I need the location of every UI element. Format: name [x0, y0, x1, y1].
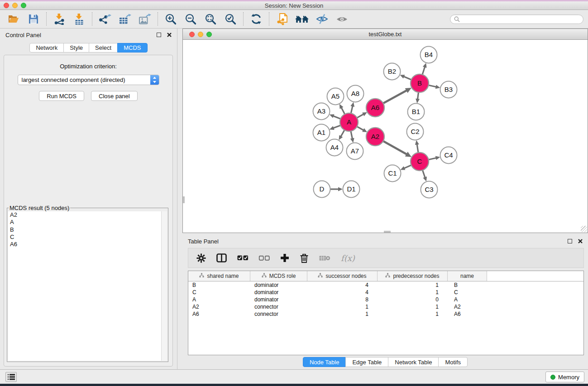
- control-panel-tabs: NetworkStyleSelectMCDS: [0, 43, 177, 52]
- edge-B-B4[interactable]: [422, 67, 425, 75]
- edge-A-A5[interactable]: [341, 108, 345, 114]
- split-columns-button[interactable]: [216, 253, 227, 262]
- edge-A-A4[interactable]: [341, 129, 345, 136]
- close-panel-icon[interactable]: [167, 33, 172, 37]
- import-table-button[interactable]: [69, 11, 89, 27]
- window-title: Session: New Session: [0, 2, 588, 9]
- open-file-icon: [8, 14, 19, 24]
- edge-A-A2[interactable]: [357, 126, 364, 130]
- tab-style[interactable]: Style: [63, 43, 89, 52]
- edge-B-B2[interactable]: [404, 76, 412, 80]
- float-table-panel-icon[interactable]: [568, 239, 572, 243]
- result-scrollbar[interactable]: [161, 211, 167, 361]
- table-row[interactable]: Bdominator41B: [188, 281, 583, 289]
- home-view-button[interactable]: [292, 11, 312, 27]
- show-eye-button[interactable]: [332, 11, 352, 27]
- criterion-dropdown-value: largest connected component (directed): [18, 76, 150, 83]
- edge-C-C4[interactable]: [428, 158, 436, 160]
- tab-select[interactable]: Select: [89, 43, 118, 52]
- search-input[interactable]: [462, 16, 579, 22]
- resize-grip[interactable]: [581, 226, 587, 232]
- tab-network[interactable]: Network: [29, 43, 64, 52]
- save-session-button[interactable]: [24, 11, 43, 27]
- zoom-out-button[interactable]: [181, 11, 201, 27]
- zoom-fit-button[interactable]: [201, 11, 220, 27]
- select-all-button[interactable]: [237, 255, 249, 261]
- close-panel-button[interactable]: Close panel: [91, 91, 138, 101]
- zoom-in-button[interactable]: [161, 11, 181, 27]
- table-row[interactable]: Adominator80A: [188, 296, 583, 303]
- network-from-file-button[interactable]: [272, 11, 292, 27]
- column-header-name[interactable]: name: [448, 271, 487, 281]
- network-view-window: testGlobe.txt B4B2BB3A8A5A6A3B1AC2A1A2A4…: [182, 29, 588, 233]
- export-image-button[interactable]: [135, 11, 155, 27]
- cell-successor-nodes: 8: [307, 296, 378, 303]
- tab-edge-table[interactable]: Edge Table: [345, 357, 388, 367]
- tab-motifs[interactable]: Motifs: [438, 357, 468, 367]
- criterion-dropdown[interactable]: largest connected component (directed): [18, 75, 159, 85]
- add-column-button[interactable]: [280, 253, 289, 262]
- node-table[interactable]: shared nameMCDS rolesuccessor nodesprede…: [188, 271, 584, 355]
- table-row[interactable]: A2connector11A2: [188, 303, 583, 310]
- edge-A6-B[interactable]: [383, 91, 407, 104]
- control-panel: Control Panel NetworkStyleSelectMCDS Opt…: [0, 29, 177, 369]
- column-header-label: predecessor nodes: [393, 273, 439, 279]
- screen: Session: New Session Control Panel: [0, 0, 588, 386]
- edge-A-A8[interactable]: [351, 106, 353, 114]
- node-label-B: B: [417, 79, 422, 87]
- canvas-horizontal-scroll-thumb[interactable]: [384, 231, 391, 233]
- edge-B-B3[interactable]: [428, 85, 436, 87]
- edge-C-C3[interactable]: [422, 170, 425, 177]
- float-panel-icon[interactable]: [157, 33, 161, 37]
- application-window: Session: New Session Control Panel: [0, 0, 588, 384]
- delete-column-button[interactable]: [300, 253, 309, 263]
- column-header-predecessor-nodes[interactable]: predecessor nodes: [378, 271, 448, 281]
- cell-name: A2: [448, 304, 487, 310]
- hide-eye-button[interactable]: [312, 11, 332, 27]
- node-label-A4: A4: [330, 143, 339, 151]
- search-box[interactable]: [450, 14, 583, 24]
- column-header-shared-name[interactable]: shared name: [188, 271, 250, 281]
- cell-shared-name: C: [188, 289, 250, 295]
- column-header-successor-nodes[interactable]: successor nodes: [307, 271, 378, 281]
- node-label-A8: A8: [351, 90, 359, 97]
- edge-B-B1[interactable]: [418, 92, 419, 99]
- refresh-view-button[interactable]: [246, 11, 266, 27]
- zoom-out-icon: [185, 13, 197, 25]
- import-network-button[interactable]: [49, 11, 69, 27]
- edge-A-A1[interactable]: [333, 125, 341, 128]
- edge-A2-C[interactable]: [383, 141, 407, 154]
- tab-node-table[interactable]: Node Table: [303, 357, 346, 367]
- zoom-selected-button[interactable]: [220, 11, 240, 27]
- tab-mcds[interactable]: MCDS: [117, 43, 147, 52]
- network-window-titlebar[interactable]: testGlobe.txt: [183, 29, 588, 40]
- settings-gear-button[interactable]: [196, 253, 206, 263]
- edge-A-A7[interactable]: [351, 131, 353, 139]
- edge-C-C1[interactable]: [404, 165, 412, 168]
- export-table-icon: [119, 14, 131, 25]
- tab-network-table[interactable]: Network Table: [388, 357, 439, 367]
- edge-C-C2[interactable]: [417, 144, 418, 153]
- table-row[interactable]: Cdominator41C: [188, 289, 583, 296]
- export-table-button[interactable]: [115, 11, 135, 27]
- cell-successor-nodes: 1: [307, 304, 378, 310]
- deselect-all-button[interactable]: [259, 256, 270, 261]
- export-network-button[interactable]: [95, 11, 115, 27]
- toolbar-icons: [4, 11, 352, 27]
- cell-shared-name: A2: [188, 304, 250, 310]
- canvas-vertical-scroll-thumb[interactable]: [183, 196, 185, 203]
- memory-button[interactable]: Memory: [545, 372, 584, 382]
- column-header-MCDS-role[interactable]: MCDS role: [250, 271, 307, 281]
- run-mcds-button[interactable]: Run MCDS: [39, 91, 84, 101]
- table-row[interactable]: A6connector11A6: [188, 310, 583, 318]
- arrowhead-icon: [423, 176, 427, 181]
- task-history-button[interactable]: [5, 372, 17, 382]
- cell-successor-nodes: 4: [307, 289, 378, 295]
- mcds-result-list[interactable]: A2ABCA6: [8, 211, 167, 361]
- delete-table-icon: [319, 255, 330, 262]
- edge-A-A6[interactable]: [357, 114, 364, 118]
- close-table-panel-icon[interactable]: [578, 239, 583, 243]
- edge-A-A3[interactable]: [333, 116, 341, 119]
- network-canvas[interactable]: B4B2BB3A8A5A6A3B1AC2A1A2A4A7C4CC1DD1C3: [183, 40, 588, 233]
- open-file-button[interactable]: [4, 11, 24, 27]
